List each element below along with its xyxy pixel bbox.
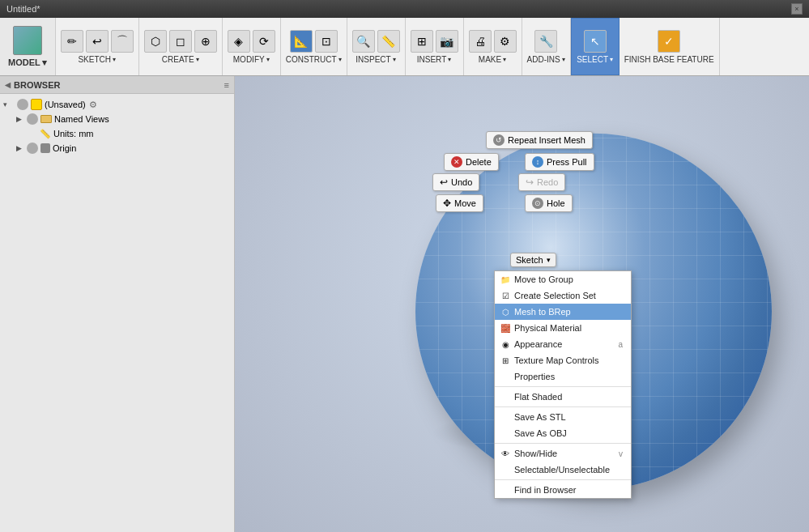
close-button[interactable]: × xyxy=(791,3,803,15)
model-label: MODEL ▾ xyxy=(8,57,47,68)
press-pull-button[interactable]: ↕ Press Pull xyxy=(525,153,594,171)
undo-button[interactable]: ↩ Undo xyxy=(432,173,479,191)
sketch-icon-3: ⌒ xyxy=(111,30,134,53)
modify-icon-2: ⟳ xyxy=(253,30,275,53)
modify-label: MODIFY ▾ xyxy=(233,55,270,64)
delete-button[interactable]: ✕ Delete xyxy=(444,153,499,171)
origin-arrow: ▶ xyxy=(16,144,24,152)
create-selection-icon: ☑ xyxy=(500,290,511,301)
browser-title-bar: ◀ BROWSER xyxy=(5,80,60,90)
browser-tree: ▾ (Unsaved) ⚙ ▶ Named Views ▶ 📏 xyxy=(0,94,234,159)
tree-root[interactable]: ▾ (Unsaved) ⚙ xyxy=(0,97,234,112)
sketch-icons: ✏ ↩ ⌒ xyxy=(61,30,134,53)
addins-icons: 🔧 xyxy=(534,30,557,53)
separator-2 xyxy=(495,406,631,407)
menu-properties[interactable]: Properties xyxy=(495,368,631,385)
modify-icons: ◈ ⟳ xyxy=(228,30,275,53)
hole-icon: ⊙ xyxy=(532,198,543,209)
selectable-icon xyxy=(500,464,511,475)
redo-button[interactable]: ↪ Redo xyxy=(518,173,565,191)
select-icons: ↖ xyxy=(584,30,607,53)
doc-icon xyxy=(31,99,42,110)
insert-icon-2: 📷 xyxy=(436,30,458,53)
make-icon-1: 🖨 xyxy=(469,30,492,53)
finish-icons: ✓ xyxy=(658,30,680,53)
mesh-brep-icon: ⬡ xyxy=(500,306,511,317)
tree-origin[interactable]: ▶ Origin xyxy=(0,141,234,155)
inspect-icon-2: 📏 xyxy=(377,30,400,53)
tree-units[interactable]: ▶ 📏 Units: mm xyxy=(0,126,234,141)
menu-save-stl[interactable]: Save As STL xyxy=(495,409,631,425)
toolbar-create[interactable]: ⬡ ◻ ⊕ CREATE ▾ xyxy=(139,18,223,75)
sidebar: ◀ BROWSER ≡ ▾ (Unsaved) ⚙ ▶ Named View xyxy=(0,76,235,532)
modify-icon-1: ◈ xyxy=(228,30,250,53)
construct-icons: 📐 ⊡ xyxy=(290,30,338,53)
construct-icon-2: ⊡ xyxy=(315,30,338,53)
named-views-folder-icon xyxy=(40,115,52,123)
insert-label: INSERT ▾ xyxy=(417,55,452,64)
menu-show-hide[interactable]: 👁 Show/Hide v xyxy=(495,445,631,462)
units-label: Units: mm xyxy=(53,129,94,138)
title-left: Untitled* xyxy=(6,4,40,14)
named-views-arrow: ▶ xyxy=(16,115,24,123)
save-obj-icon xyxy=(500,428,511,439)
finish-icon: ✓ xyxy=(658,30,680,53)
toolbar: MODEL ▾ ✏ ↩ ⌒ SKETCH ▾ ⬡ ◻ ⊕ CREATE ▾ ◈ … xyxy=(0,18,809,76)
separator-3 xyxy=(495,443,631,444)
model-arrow: ▾ xyxy=(42,57,47,68)
sketch-icon-2: ↩ xyxy=(86,30,109,53)
toolbar-sketch[interactable]: ✏ ↩ ⌒ SKETCH ▾ xyxy=(56,18,139,75)
find-browser-icon xyxy=(500,484,511,496)
toolbar-make[interactable]: 🖨 ⚙ MAKE ▾ xyxy=(464,18,522,75)
settings-icon[interactable]: ⚙ xyxy=(89,100,97,110)
menu-appearance[interactable]: ◉ Appearance a xyxy=(495,336,631,352)
inspect-icon-1: 🔍 xyxy=(352,30,375,53)
toolbar-inspect[interactable]: 🔍 📏 INSPECT ▾ xyxy=(347,18,406,75)
separator-1 xyxy=(495,386,631,387)
root-label: (Unsaved) xyxy=(45,100,86,109)
menu-texture-map[interactable]: ⊞ Texture Map Controls xyxy=(495,352,631,368)
save-stl-icon xyxy=(500,411,511,423)
menu-mesh-to-brep[interactable]: ⬡ Mesh to BRep xyxy=(495,304,631,320)
inspect-label: INSPECT ▾ xyxy=(356,55,395,64)
toolbar-insert[interactable]: ⊞ 📷 INSERT ▾ xyxy=(406,18,464,75)
browser-title-text: BROWSER xyxy=(14,80,60,90)
create-icons: ⬡ ◻ ⊕ xyxy=(144,30,217,53)
tree-named-views[interactable]: ▶ Named Views xyxy=(0,112,234,126)
sketch-label: SKETCH ▾ xyxy=(78,55,116,64)
move-icon: ✥ xyxy=(443,198,451,209)
menu-move-to-group[interactable]: 📁 Move to Group xyxy=(495,271,631,287)
create-icon-2: ◻ xyxy=(169,30,192,53)
canvas[interactable]: ↺ Repeat Insert Mesh ✕ Delete ↕ Press Pu… xyxy=(235,76,809,532)
sketch-dropdown-arrow: ▾ xyxy=(547,256,551,264)
browser-collapse-arrow[interactable]: ◀ xyxy=(5,81,11,89)
toolbar-select[interactable]: ↖ SELECT ▾ xyxy=(571,18,620,75)
appearance-icon: ◉ xyxy=(500,338,511,350)
toolbar-modify[interactable]: ◈ ⟳ MODIFY ▾ xyxy=(223,18,281,75)
undo-icon: ↩ xyxy=(440,177,448,188)
browser-header: ◀ BROWSER ≡ xyxy=(0,76,234,94)
toolbar-construct[interactable]: 📐 ⊡ CONSTRUCT ▾ xyxy=(281,18,347,75)
visibility-icon xyxy=(17,99,28,110)
toolbar-finish[interactable]: ✓ FINISH BASE FEATURE xyxy=(620,18,720,75)
main-area: ◀ BROWSER ≡ ▾ (Unsaved) ⚙ ▶ Named View xyxy=(0,76,809,532)
insert-icons: ⊞ 📷 xyxy=(411,30,458,53)
browser-menu-button[interactable]: ≡ xyxy=(224,80,229,90)
hole-button[interactable]: ⊙ Hole xyxy=(525,194,573,212)
menu-save-obj[interactable]: Save As OBJ xyxy=(495,425,631,441)
sketch-strip[interactable]: Sketch ▾ xyxy=(510,253,556,267)
menu-create-selection-set[interactable]: ☑ Create Selection Set xyxy=(495,287,631,304)
repeat-insert-button[interactable]: ↺ Repeat Insert Mesh xyxy=(486,131,593,149)
toolbar-model[interactable]: MODEL ▾ xyxy=(0,18,56,75)
toolbar-addins[interactable]: 🔧 ADD-INS ▾ xyxy=(522,18,571,75)
repeat-icon: ↺ xyxy=(493,134,505,146)
menu-flat-shaded[interactable]: Flat Shaded xyxy=(495,389,631,405)
create-icon-1: ⬡ xyxy=(144,30,167,53)
move-button[interactable]: ✥ Move xyxy=(436,194,483,212)
menu-find-browser[interactable]: Find in Browser xyxy=(495,482,631,498)
menu-physical-material[interactable]: 🧱 Physical Material xyxy=(495,320,631,336)
origin-label: Origin xyxy=(53,143,76,153)
select-label: SELECT ▾ xyxy=(577,55,613,64)
menu-selectable[interactable]: Selectable/Unselectable xyxy=(495,462,631,478)
units-icon: 📏 xyxy=(40,128,51,139)
